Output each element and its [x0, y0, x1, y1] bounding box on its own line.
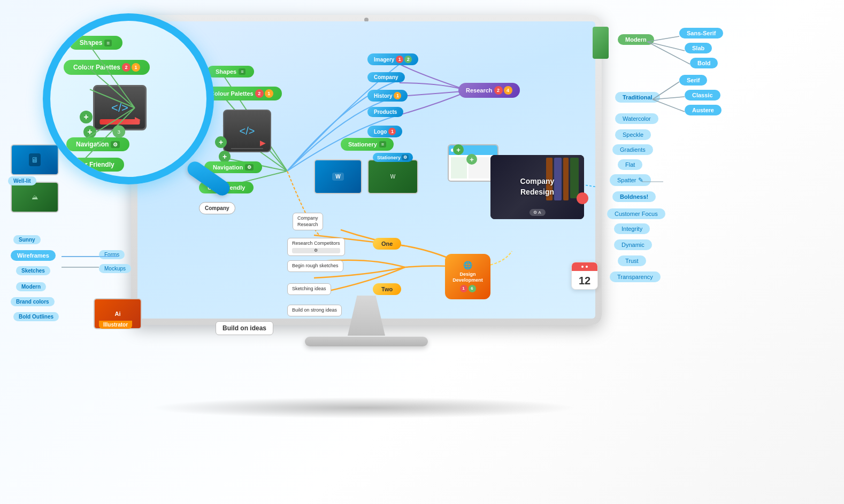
node-boldness[interactable]: Boldness! [612, 191, 656, 202]
node-stationery[interactable]: Stationery ≡ [341, 138, 394, 151]
mag-plus-2[interactable]: + [83, 126, 96, 138]
node-trust[interactable]: Trust [618, 255, 646, 266]
node-austere[interactable]: Austere [685, 105, 722, 115]
accent-box-green [593, 27, 609, 59]
node-gradients[interactable]: Gradients [612, 144, 653, 155]
node-computer[interactable]: </> ▶ [223, 110, 271, 152]
thumb-web1: W [314, 159, 362, 194]
mag-computer: </> ▶ [93, 85, 147, 130]
node-stationery-small[interactable]: Stationery ⚙ [373, 153, 413, 162]
node-transparency[interactable]: Transparency [610, 272, 661, 282]
node-classic[interactable]: Classic [685, 90, 720, 100]
node-brand-colors[interactable]: Brand colors [11, 297, 55, 306]
node-sunny[interactable]: Sunny [13, 235, 41, 244]
node-company-research[interactable]: CompanyResearch [293, 213, 323, 230]
node-history[interactable]: History 1 [367, 90, 408, 102]
node-research-competitors[interactable]: Research Competitors ⚙ [287, 238, 345, 256]
node-begin-rough-sketches[interactable]: Begin rough sketches [287, 260, 343, 272]
node-company-left[interactable]: Company [199, 202, 235, 214]
node-well-lit[interactable]: Well-lit [8, 176, 36, 185]
icon-plus-1[interactable]: + [215, 136, 227, 148]
node-speckle[interactable]: Speckle [615, 129, 651, 140]
node-logo-top[interactable]: Logo 1 [367, 126, 402, 137]
node-mockups[interactable]: Mockups [99, 264, 131, 273]
node-traditional[interactable]: Traditional [615, 92, 660, 103]
node-sans-serif[interactable]: Sans-Serif [679, 28, 723, 38]
node-build-strong-ideas[interactable]: Build on strong ideas [287, 305, 342, 316]
node-wireframes[interactable]: Wireframes [11, 250, 56, 261]
mag-plus-1[interactable]: + [80, 111, 93, 123]
thumb-landscape: ⛰ [11, 182, 59, 213]
icon-plus-2[interactable]: + [219, 151, 231, 162]
node-design-development[interactable]: 🌐 DesignDevelopment 1 6 [445, 254, 490, 299]
node-imagery[interactable]: Imagery 1 2 [367, 53, 418, 65]
node-customer-focus[interactable]: Customer Focus [607, 208, 665, 219]
node-illustrator[interactable]: Illustrator [99, 321, 132, 329]
mag-node-shapes[interactable]: Shapes ≡ [69, 36, 122, 50]
node-slab[interactable]: Slab [685, 43, 712, 53]
node-shapes[interactable]: Shapes ≡ [207, 66, 254, 77]
node-sketching-ideas[interactable]: Sketching ideas [287, 283, 331, 295]
node-build-on-ideas[interactable]: Build on ideas [216, 321, 273, 335]
node-navigation[interactable]: Navigation ⚙ [204, 161, 262, 173]
node-bold-outlines[interactable]: Bold Outlines [13, 312, 59, 321]
magnifier: Shapes ≡ Colour Palettes 2 1 </> ▶ + + N… [43, 13, 214, 184]
company-redesign-card: CompanyRedesign ⚙ A [490, 155, 584, 219]
node-two[interactable]: Two [373, 283, 401, 295]
node-products[interactable]: Products [367, 107, 403, 117]
node-sketches[interactable]: Sketches [16, 266, 50, 275]
monitor-shadow [150, 397, 578, 418]
node-serif[interactable]: Serif [679, 75, 707, 86]
mag-node-colour[interactable]: Colour Palettes 2 1 [64, 60, 150, 75]
node-watercolor[interactable]: Watercolor [615, 113, 658, 124]
node-bold[interactable]: Bold [690, 58, 718, 68]
node-modern-right[interactable]: Modern [618, 34, 654, 45]
node-research[interactable]: Research 2 4 [458, 83, 520, 98]
node-flat[interactable]: Flat [618, 159, 642, 170]
mag-node-navigation[interactable]: Navigation ⚙ [66, 137, 129, 151]
app-container: Imagery 1 2 Company History 1 Products L… [0, 0, 844, 504]
icon-plus-3[interactable]: + [453, 144, 464, 155]
calendar-widget[interactable]: 12 [571, 262, 598, 290]
icon-plus-4[interactable]: + [466, 154, 477, 165]
node-spatter[interactable]: Spatter ✎ [610, 174, 651, 186]
monitor-base [305, 337, 428, 346]
node-company-top[interactable]: Company [367, 72, 405, 82]
thumb-web2: W [367, 159, 418, 194]
node-one[interactable]: One [373, 238, 401, 250]
accent-red [577, 192, 588, 204]
node-modern-left[interactable]: Modern [16, 282, 46, 291]
node-integrity[interactable]: Integrity [614, 223, 650, 234]
node-dynamic[interactable]: Dynamic [614, 239, 652, 250]
node-forms[interactable]: Forms [99, 250, 125, 259]
company-redesign-label: CompanyRedesign [520, 176, 555, 197]
mag-node-user-friendly[interactable]: User Friendly [64, 158, 124, 172]
